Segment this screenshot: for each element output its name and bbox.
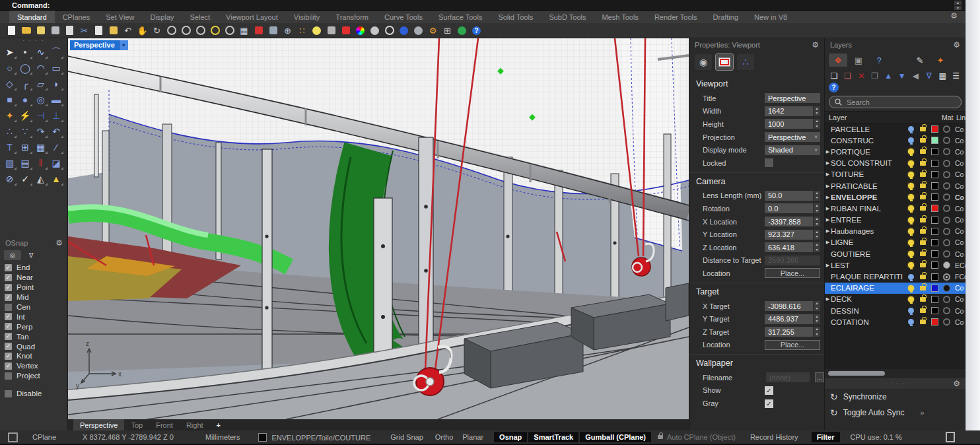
new-document-icon[interactable] — [5, 24, 18, 37]
layers-help-icon[interactable]: ? — [829, 83, 839, 92]
layer-lock-icon[interactable] — [920, 218, 926, 222]
layers-gear-icon[interactable]: ⚙ — [953, 40, 960, 50]
layer-row-haubanages[interactable]: ▶HaubanagesCo — [825, 226, 965, 237]
save-icon[interactable] — [34, 24, 47, 37]
prop-field-filename[interactable]: (none) — [766, 372, 810, 382]
filter-tab[interactable]: ∇ — [22, 250, 40, 260]
layer-name-portique[interactable]: PORTIQUE — [831, 148, 908, 156]
shaded-sphere-icon[interactable] — [412, 24, 425, 37]
layer-color-swatch[interactable] — [931, 171, 938, 178]
control-point-curve-icon[interactable]: ∿ — [34, 45, 48, 59]
command-bar[interactable]: Command: ▲▼ — [0, 0, 980, 11]
expand-arrow-icon[interactable]: ▶ — [825, 184, 831, 189]
layer-linetype[interactable]: Co — [955, 159, 965, 167]
osnap-quad-checkbox[interactable]: ✓ — [5, 343, 12, 350]
expand-arrow-icon[interactable]: ▶ — [825, 240, 831, 245]
colors-tab[interactable] — [890, 53, 909, 67]
prop-field-title[interactable]: Perspective — [765, 93, 820, 103]
layer-linetype[interactable]: Co — [955, 182, 965, 190]
move-down-button[interactable]: ▼ — [897, 70, 908, 81]
prop-field-width[interactable]: 1642▲▼ — [765, 106, 820, 116]
layer-row-eclairage[interactable]: ECLAIRAGECo — [825, 283, 965, 294]
menu-tab-set-view[interactable]: Set View — [98, 11, 142, 23]
layer-linetype[interactable]: Co — [955, 170, 965, 178]
trim-icon[interactable]: ⊣ — [34, 108, 48, 123]
prop-spinner-z-location[interactable]: ▲▼ — [813, 242, 820, 252]
filter-button[interactable]: ∇ — [924, 70, 935, 81]
viewport-tab-perspective[interactable]: Perspective — [73, 419, 124, 430]
menu-tab-visibility[interactable]: Visibility — [286, 11, 328, 23]
layer-row-enveloppe[interactable]: ▶ENVELOPPECo — [825, 191, 965, 203]
duplicate-layer-button[interactable]: ❐ — [870, 70, 881, 81]
layer-color-swatch[interactable] — [931, 307, 938, 314]
menu-tab-select[interactable]: Select — [182, 11, 219, 23]
osnap-point-checkbox[interactable]: ✓ — [5, 284, 12, 291]
prop-spinner-width[interactable]: ▲▼ — [813, 106, 820, 116]
status-osnap[interactable]: Osnap — [494, 432, 527, 442]
layer-visibility-bulb-icon[interactable] — [908, 262, 914, 268]
extrude-icon[interactable]: ▬ — [50, 92, 63, 107]
osnap-perp-checkbox[interactable]: ✓ — [5, 323, 12, 330]
layer-lock-icon[interactable] — [920, 172, 926, 177]
spin-up-icon[interactable]: ▲ — [814, 314, 820, 320]
viewport-layout-icon[interactable]: ▦ — [238, 24, 250, 37]
point-icon[interactable]: • — [18, 45, 32, 59]
status-record-history[interactable]: Record History — [750, 433, 798, 441]
layer-name-sol-construit[interactable]: SOL CONSTRUIT — [831, 159, 908, 167]
layer-row-ruban-final[interactable]: ▶RUBAN FINALCo — [825, 203, 965, 214]
ellipse-icon[interactable]: ◯ — [18, 61, 32, 75]
curve-through-points-icon[interactable]: ⌒ — [50, 45, 63, 59]
status-coordinates[interactable]: X 8372.468 Y -2789.942 Z 0 — [83, 433, 174, 441]
spin-down-icon[interactable]: ▼ — [814, 332, 820, 337]
zoom-selected-icon[interactable] — [209, 24, 221, 37]
layer-linetype[interactable]: Co — [955, 238, 965, 246]
more-commands-chevron[interactable]: » — [920, 409, 924, 417]
layer-lock-icon[interactable] — [920, 149, 926, 154]
draw-order-tab[interactable]: ∴ — [737, 54, 754, 70]
layer-color-swatch[interactable] — [931, 318, 938, 325]
layer-row-toiture[interactable]: ▶TOITURECo — [825, 169, 965, 180]
layer-material-icon[interactable] — [943, 250, 950, 257]
box-icon[interactable]: ■ — [3, 92, 17, 107]
layer-color-swatch[interactable] — [931, 250, 938, 257]
copy-view-icon[interactable] — [63, 24, 76, 37]
prop-checkbox-show[interactable]: ✓ — [765, 386, 773, 395]
explode-icon[interactable]: ⚡ — [18, 108, 32, 123]
prop-spinner-z-target[interactable]: ▲▼ — [813, 327, 820, 337]
menu-tab-standard[interactable]: Standard — [9, 11, 55, 23]
column-material[interactable]: Mat — [942, 114, 956, 121]
boolean-icon[interactable]: ✦ — [3, 108, 17, 123]
prop-checkbox-locked[interactable] — [765, 158, 773, 167]
status-auto-cplane[interactable]: Auto CPlane (Object) — [667, 433, 736, 441]
solid-edit-icon[interactable]: ▧ — [3, 156, 17, 170]
lock-icon[interactable] — [325, 24, 337, 37]
scrollbar-thumb[interactable] — [828, 371, 885, 376]
layer-material-icon[interactable] — [943, 261, 950, 269]
layer-name-eclairage[interactable]: ECLAIRAGE — [831, 284, 908, 292]
layer-material-icon[interactable] — [943, 285, 950, 292]
divider-drag-handle[interactable]: · · · · — [825, 380, 965, 387]
menu-button[interactable]: ☰ — [951, 70, 962, 81]
layer-material-icon[interactable] — [943, 318, 950, 325]
osnap-gear-icon[interactable]: ⚙ — [55, 238, 63, 248]
shear-icon[interactable]: ∕ — [50, 140, 63, 154]
fillet-curve-icon[interactable]: ╭ — [18, 77, 32, 91]
paste-icon[interactable] — [107, 24, 120, 37]
spin-up-icon[interactable]: ▲ — [814, 203, 820, 209]
prop-spinner-rotation[interactable]: ▲▼ — [813, 203, 820, 213]
layer-name-plaque-repartiti[interactable]: PLAQUE REPARTITI — [831, 273, 908, 281]
prop-field-z-location[interactable]: 636.418▲▼ — [765, 242, 820, 252]
render-sphere-icon[interactable] — [368, 24, 381, 37]
layer-search-box[interactable] — [829, 96, 962, 108]
spin-down-icon[interactable]: ▼ — [814, 222, 820, 227]
layer-color-swatch[interactable] — [931, 261, 938, 269]
layer-material-icon[interactable] — [943, 217, 950, 224]
spin-up-icon[interactable]: ▲ — [814, 106, 820, 112]
spin-up-icon[interactable]: ▲ — [814, 301, 820, 306]
spin-down-icon[interactable]: ▼ — [814, 248, 820, 253]
surface-from-curves-icon[interactable]: ▱ — [34, 77, 48, 91]
layer-color-swatch[interactable] — [931, 182, 938, 189]
prop-field-z-target[interactable]: 317.255▲▼ — [765, 327, 820, 337]
arc-icon[interactable]: ◠ — [34, 61, 48, 75]
zoom-dynamic-icon[interactable] — [180, 24, 192, 37]
